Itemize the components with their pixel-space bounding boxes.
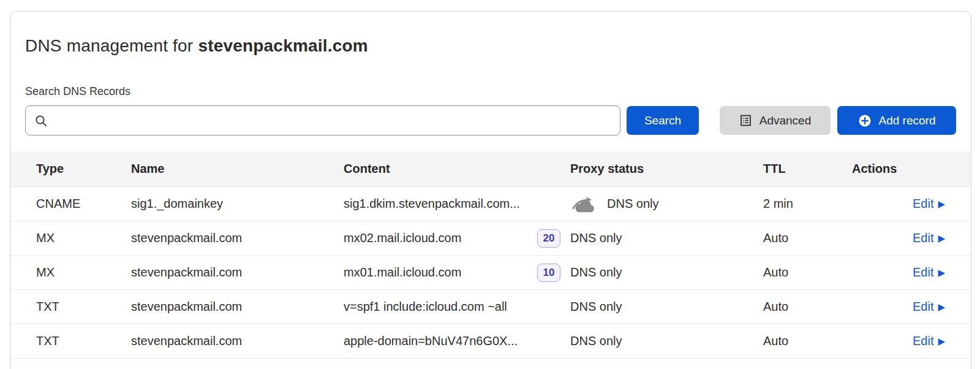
- add-record-button[interactable]: Add record: [837, 106, 956, 135]
- table-body: CNAME sig1._domainkey sig1.dkim.stevenpa…: [10, 187, 971, 359]
- search-button[interactable]: Search: [627, 106, 699, 135]
- record-ttl: Auto: [763, 334, 852, 348]
- domain-name: stevenpackmail.com: [198, 36, 368, 55]
- record-type: MX: [36, 265, 131, 280]
- search-input[interactable]: [54, 114, 611, 127]
- record-type: CNAME: [36, 197, 131, 211]
- proxy-status-cell: DNS only: [570, 231, 763, 245]
- record-content: sig1.dkim.stevenpackmail.com...: [344, 197, 570, 211]
- edit-caret-icon: ▶: [938, 234, 945, 243]
- table-row: TXT stevenpackmail.com apple-domain=bNuV…: [10, 324, 971, 359]
- record-name: stevenpackmail.com: [131, 231, 344, 245]
- proxy-status-label: DNS only: [570, 231, 622, 245]
- edit-record-link[interactable]: Edit▶: [913, 334, 945, 348]
- search-box[interactable]: [25, 105, 620, 135]
- column-header-type: Type: [36, 162, 131, 176]
- list-document-icon: [739, 114, 752, 127]
- record-content-text: sig1.dkim.stevenpackmail.com...: [344, 197, 520, 211]
- column-header-proxy-status: Proxy status: [570, 162, 763, 176]
- edit-caret-icon: ▶: [938, 337, 945, 346]
- dns-management-card: DNS management for stevenpackmail.com Se…: [10, 11, 971, 369]
- proxy-status-label: DNS only: [570, 265, 622, 280]
- record-type: MX: [36, 231, 131, 245]
- proxy-status-cell: DNS only: [570, 300, 763, 314]
- record-content: mx02.mail.icloud.com 20: [344, 229, 570, 248]
- edit-record-link[interactable]: Edit▶: [913, 265, 945, 280]
- record-content: v=spf1 include:icloud.com ~all: [344, 300, 570, 314]
- record-content-text: apple-domain=bNuV47n6G0X...: [344, 334, 518, 348]
- column-header-ttl: TTL: [763, 162, 852, 176]
- page-title-prefix: DNS management for: [25, 36, 198, 55]
- edit-record-link[interactable]: Edit▶: [913, 231, 945, 245]
- edit-label: Edit: [913, 265, 933, 280]
- advanced-button[interactable]: Advanced: [720, 106, 831, 135]
- record-content: mx01.mail.icloud.com 10: [344, 264, 570, 282]
- edit-label: Edit: [913, 300, 933, 314]
- edit-record-link[interactable]: Edit▶: [913, 300, 945, 314]
- proxy-status-label: DNS only: [607, 197, 658, 211]
- dns-only-cloud-icon: [570, 195, 597, 213]
- proxy-status-label: DNS only: [570, 300, 622, 314]
- record-name: sig1._domainkey: [131, 197, 344, 211]
- table-row: MX stevenpackmail.com mx02.mail.icloud.c…: [10, 221, 971, 256]
- search-section: Search DNS Records Search: [10, 85, 971, 135]
- record-name: stevenpackmail.com: [131, 334, 344, 348]
- record-content: apple-domain=bNuV47n6G0X...: [344, 334, 570, 348]
- proxy-status-cell: DNS only: [570, 265, 763, 280]
- column-header-actions: Actions: [852, 162, 945, 176]
- record-ttl: Auto: [763, 265, 852, 280]
- priority-badge: 20: [537, 229, 560, 248]
- edit-label: Edit: [913, 334, 933, 348]
- search-label: Search DNS Records: [25, 85, 956, 98]
- record-content-text: mx02.mail.icloud.com: [344, 231, 461, 245]
- column-header-content: Content: [344, 162, 570, 176]
- proxy-status-cell: DNS only: [570, 334, 763, 348]
- magnifier-icon: [34, 114, 48, 127]
- page-title: DNS management for stevenpackmail.com: [10, 12, 971, 56]
- table-row: CNAME sig1._domainkey sig1.dkim.stevenpa…: [10, 187, 971, 221]
- record-ttl: 2 min: [763, 197, 852, 211]
- plus-circle-icon: [858, 114, 872, 127]
- edit-caret-icon: ▶: [938, 302, 945, 311]
- proxy-status-label: DNS only: [570, 334, 622, 348]
- record-content-text: v=spf1 include:icloud.com ~all: [344, 300, 507, 314]
- table-header-row: Type Name Content Proxy status TTL Actio…: [10, 151, 971, 187]
- record-type: TXT: [36, 300, 131, 314]
- edit-label: Edit: [913, 231, 933, 245]
- record-name: stevenpackmail.com: [131, 265, 344, 280]
- record-type: TXT: [36, 334, 131, 348]
- edit-record-link[interactable]: Edit▶: [913, 197, 945, 211]
- edit-caret-icon: ▶: [938, 199, 945, 208]
- record-content-text: mx01.mail.icloud.com: [344, 265, 461, 280]
- record-name: stevenpackmail.com: [131, 300, 344, 314]
- table-row: TXT stevenpackmail.com v=spf1 include:ic…: [10, 290, 971, 324]
- edit-label: Edit: [913, 197, 933, 211]
- edit-caret-icon: ▶: [938, 268, 945, 277]
- dns-records-table: Type Name Content Proxy status TTL Actio…: [10, 151, 971, 359]
- table-row: MX stevenpackmail.com mx01.mail.icloud.c…: [10, 256, 971, 290]
- record-ttl: Auto: [763, 231, 852, 245]
- record-ttl: Auto: [763, 300, 852, 314]
- priority-badge: 10: [537, 264, 560, 282]
- proxy-status-cell: DNS only: [570, 195, 763, 213]
- column-header-name: Name: [131, 162, 344, 176]
